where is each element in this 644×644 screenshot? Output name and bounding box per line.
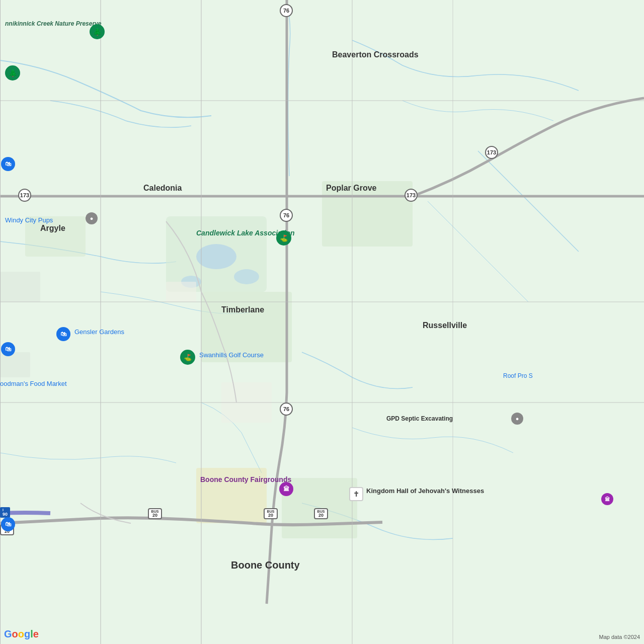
kingdom-hall-pin[interactable]: ✝ xyxy=(349,487,363,501)
gpd-septic-pin[interactable]: ● xyxy=(511,413,523,425)
gensler-gardens-pin[interactable]: 🛍 xyxy=(56,327,70,341)
bus-20-shield-right: BUS 20 xyxy=(314,508,328,519)
route-76-shield-south: 76 xyxy=(280,403,293,416)
svg-rect-10 xyxy=(0,272,40,302)
bus-20-shield-center: BUS 20 xyxy=(264,508,278,519)
svg-rect-6 xyxy=(322,181,413,247)
map-attribution: Map data ©2024 xyxy=(599,634,640,640)
svg-rect-9 xyxy=(196,468,267,523)
route-76-shield-center: 76 xyxy=(280,209,293,222)
route-76-shield-top: 76 xyxy=(280,4,293,17)
nature-preserve-pin-1[interactable]: 🌲 xyxy=(90,24,105,39)
boone-county-fairgrounds-pin[interactable]: 🏛 xyxy=(279,482,293,496)
svg-point-2 xyxy=(196,244,236,269)
map-container[interactable]: nnikinnick Creek Nature Preserve 🌲 🌲 Bea… xyxy=(0,0,644,644)
svg-rect-12 xyxy=(166,282,196,302)
svg-rect-0 xyxy=(0,0,644,644)
i90-shield-area: I 90 xyxy=(0,507,10,518)
route-173-shield-left: 173 xyxy=(18,189,31,202)
candlewick-pin[interactable]: ⛳ xyxy=(276,230,291,246)
shopping-pin-bottom-left[interactable]: 🛍 xyxy=(1,517,15,531)
windy-city-pups-pin[interactable]: ● xyxy=(86,212,98,224)
nature-preserve-pin-2[interactable]: 🌲 xyxy=(5,65,20,80)
bus-20-shield-left: BUS 20 xyxy=(148,508,162,519)
swanhills-pin[interactable]: ⛳ xyxy=(180,350,195,365)
shopping-pin-left[interactable]: 🛍 xyxy=(1,342,15,356)
county-label: Boone County xyxy=(231,559,300,571)
svg-rect-7 xyxy=(25,216,86,257)
shopping-pin-topleft[interactable]: 🛍 xyxy=(1,157,15,171)
route-173-shield-right: 173 xyxy=(485,146,498,159)
svg-rect-11 xyxy=(0,352,30,377)
google-logo: Google xyxy=(4,628,39,640)
route-173-shield-center: 173 xyxy=(405,189,418,202)
purple-pin-right[interactable]: 🏛 xyxy=(601,493,613,505)
svg-point-3 xyxy=(234,269,259,284)
